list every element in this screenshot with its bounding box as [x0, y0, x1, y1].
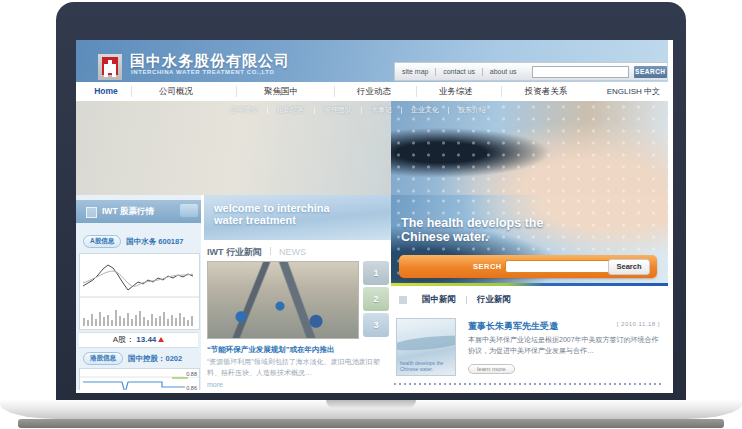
main-nav: Home 公司概况 聚焦国中 行业动态 业务综述 投资者关系 ENGLISH 中…: [76, 82, 668, 102]
gradient-divider: [391, 283, 668, 286]
company-logo-icon: [98, 54, 122, 80]
industry-news-title: IWT 行业新闻: [207, 247, 262, 257]
hero-photo-swimming-child: [391, 101, 668, 195]
stock-panel-header: IWT 股票行情: [76, 200, 201, 223]
a-share-price-label: A股：: [113, 335, 137, 344]
more-link[interactable]: more: [207, 381, 223, 388]
welcome-line2: water treatment: [214, 214, 296, 226]
slogan-line2: Chinese water.: [401, 230, 489, 244]
nav-focus[interactable]: 聚焦国中: [236, 82, 326, 101]
laptop-bezel: 国中水务股份有限公司 INTERCHINA WATER TREATMENT CO…: [56, 2, 686, 403]
a-share-price-row: A股： 13.44: [79, 332, 198, 348]
a-share-row: A股信息 国中水务 600187: [83, 235, 183, 248]
subnav-item[interactable]: 大事记: [362, 105, 401, 115]
welcome-line1: welcome to interchina: [214, 202, 330, 214]
nav-home[interactable]: Home: [86, 82, 126, 101]
pager-button-1[interactable]: 1: [363, 261, 389, 285]
subnav-item[interactable]: 公司简介: [221, 105, 267, 115]
header-search-input[interactable]: [532, 66, 629, 78]
pager-button-2[interactable]: 2: [363, 287, 389, 311]
subnav-item[interactable]: 组织结构: [268, 105, 314, 115]
tab-bullet-icon: [399, 296, 407, 304]
price-up-arrow-icon: [158, 337, 164, 342]
right-column: The health develops the Chinese water. S…: [391, 195, 668, 390]
utility-bar: site map contact us about us SEARCH: [394, 62, 667, 81]
slogan-line1: The health develops the: [401, 216, 543, 230]
divider: [501, 86, 502, 97]
industry-news-item-body: “资源循环利用”领域则包括了海水淡化、废旧电池废旧塑料、秸秆压块、人造板技术概况…: [207, 357, 387, 378]
bubbles-overlay: [391, 101, 668, 195]
h-share-badge: 港股信息: [83, 352, 123, 365]
hero-subnav: 公司简介 组织结构 管理团队 大事记 企业文化 股东介绍: [221, 105, 495, 115]
contact-link[interactable]: contact us: [436, 68, 482, 75]
industry-news-column: welcome to interchina water treatment IW…: [204, 195, 391, 390]
news-tabs: 国中新闻 行业新闻: [399, 294, 521, 306]
hero-search-bar: SERCH Search: [399, 255, 657, 278]
industry-news-item-title[interactable]: “节能环保产业发展规划”或在年内推出: [207, 345, 389, 355]
industry-news-title-en: NEWS: [270, 247, 306, 257]
site-header: 国中水务股份有限公司 INTERCHINA WATER TREATMENT CO…: [76, 40, 668, 82]
divider: [334, 86, 335, 97]
sitemap-link[interactable]: site map: [395, 68, 435, 75]
nav-business[interactable]: 业务综述: [416, 82, 496, 101]
a-share-badge: A股信息: [83, 235, 121, 248]
language-switch[interactable]: ENGLISH 中文: [607, 82, 660, 101]
tab-industry-news[interactable]: 行业新闻: [467, 294, 521, 306]
h-share-name: 国中控股：0202: [128, 354, 182, 364]
news-item: health develops the Chinese water. 董事长朱勇…: [396, 318, 662, 380]
hero-search-label: SERCH: [473, 262, 502, 271]
a-share-price-value: 13.44: [136, 335, 156, 344]
tab-company-news[interactable]: 国中新闻: [412, 294, 466, 306]
learn-more-button[interactable]: learn more: [468, 364, 515, 374]
thumbnail-caption: health develops the Chinese water.: [400, 360, 452, 372]
subnav-item[interactable]: 企业文化: [402, 105, 448, 115]
hero-banner: 公司简介 组织结构 管理团队 大事记 企业文化 股东介绍: [76, 101, 668, 195]
h-share-row: 港股信息 国中控股：0202: [83, 352, 182, 365]
divider: [131, 86, 132, 97]
y-axis-label: 0.86: [185, 385, 197, 390]
news-item-date: [ 2010.11.18 ]: [617, 321, 660, 327]
a-share-name: 国中水务 600187: [126, 237, 183, 247]
welcome-banner: welcome to interchina water treatment: [204, 195, 391, 240]
news-item-title[interactable]: 董事长朱勇军先生受邀: [468, 320, 558, 333]
stock-panel-more-button[interactable]: [180, 204, 198, 217]
nav-industry-news[interactable]: 行业动态: [334, 82, 414, 101]
nav-company-profile[interactable]: 公司概况: [131, 82, 221, 101]
stock-panel: IWT 股票行情 A股信息 国中水务 600187: [76, 195, 201, 390]
laptop-mockup: 国中水务股份有限公司 INTERCHINA WATER TREATMENT CO…: [0, 0, 742, 429]
about-link[interactable]: about us: [483, 68, 524, 75]
stock-panel-icon: [86, 207, 97, 218]
subnav-item[interactable]: 股东介绍: [449, 105, 495, 115]
pager-button-3[interactable]: 3: [363, 313, 389, 337]
y-axis-label: 0.88: [185, 371, 197, 377]
subnav-item[interactable]: 管理团队: [315, 105, 361, 115]
nav-investor-relations[interactable]: 投资者关系: [501, 82, 591, 101]
h-share-line-chart: 0.88 0.86 0.84: [79, 368, 200, 390]
dotted-separator: [394, 383, 662, 385]
divider: [416, 86, 417, 97]
a-share-candlestick-chart: [79, 253, 200, 330]
hero-search-button[interactable]: Search: [608, 259, 650, 275]
news-pager: 1 2 3: [363, 261, 389, 339]
laptop-screen: 国中水务股份有限公司 INTERCHINA WATER TREATMENT CO…: [76, 40, 673, 393]
laptop-notch: [326, 400, 416, 408]
hero-search-input[interactable]: [505, 260, 623, 273]
laptop-bottom-strip: [18, 419, 724, 428]
laptop-base: [0, 400, 742, 419]
news-item-body: 本届中美环保产业论坛是根据2007年中美双方签订的环境合作协议，为促进中美环保产…: [468, 335, 660, 356]
stock-panel-title: IWT 股票行情: [102, 206, 154, 218]
industry-news-header: IWT 行业新闻NEWS: [207, 246, 306, 259]
company-name-en: INTERCHINA WATER TREATMENT CO.,LTD: [131, 69, 275, 75]
news-thumbnail[interactable]: health develops the Chinese water.: [396, 318, 456, 376]
right-hero-photo: The health develops the Chinese water. S…: [391, 195, 668, 283]
news-photo-water-plant[interactable]: [207, 261, 359, 339]
website-page: 国中水务股份有限公司 INTERCHINA WATER TREATMENT CO…: [76, 40, 668, 390]
divider: [236, 86, 237, 97]
header-search-button[interactable]: SEARCH: [634, 66, 667, 78]
slogan: The health develops the Chinese water.: [401, 217, 543, 244]
